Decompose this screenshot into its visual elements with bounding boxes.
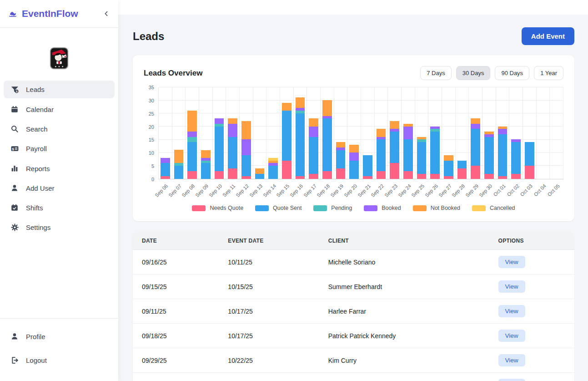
- search-icon: [10, 125, 19, 133]
- bar-segment: [296, 113, 305, 177]
- cell-options: View: [489, 348, 574, 373]
- sidebar-footer: ProfileLogout: [0, 318, 118, 381]
- cell-date: 09/18/25: [133, 324, 219, 348]
- bar-segment: [228, 168, 237, 179]
- bar-segment: [336, 142, 346, 147]
- bar-segment: [268, 166, 278, 179]
- table-row: 09/16/2510/11/25Michelle SorianoView: [133, 250, 574, 274]
- bar-sep-11: [226, 87, 240, 179]
- legend-item-cancelled[interactable]: Cancelled: [472, 205, 515, 211]
- sidebar-item-shifts[interactable]: Shifts: [4, 199, 115, 216]
- logout-icon: [10, 356, 19, 365]
- sidebar-collapse-button[interactable]: [103, 10, 110, 17]
- bar-segment: [187, 171, 197, 179]
- view-button[interactable]: View: [498, 305, 525, 317]
- cell-event-date: 10/22/25: [219, 348, 319, 373]
- sidebar-item-reports[interactable]: Reports: [4, 160, 115, 177]
- bar-segment: [296, 97, 305, 108]
- legend-swatch: [313, 205, 327, 211]
- bar-segment: [511, 142, 521, 173]
- legend-label: Needs Quote: [210, 205, 243, 211]
- cell-date: 09/16/25: [133, 250, 219, 274]
- sidebar-item-label: Settings: [26, 224, 50, 231]
- legend-label: Pending: [331, 205, 352, 211]
- column-header-date: DATE: [133, 232, 219, 250]
- view-button[interactable]: View: [498, 280, 525, 293]
- bar-sep-28: [456, 87, 469, 179]
- chart-plot-area: [158, 87, 563, 179]
- bar-sep-17: [307, 87, 321, 179]
- bar-segment: [282, 161, 291, 179]
- bar-oct-03: [523, 87, 537, 179]
- bar-segment: [430, 174, 440, 179]
- bar-oct-05: [550, 87, 563, 179]
- legend-item-not-booked[interactable]: Not Booked: [413, 205, 460, 211]
- bar-segment: [525, 142, 534, 166]
- view-button[interactable]: View: [498, 354, 525, 366]
- bar-sep-26: [428, 87, 442, 179]
- bar-segment: [336, 168, 346, 179]
- bar-segment: [215, 118, 224, 124]
- sidebar-item-add-user[interactable]: Add User: [4, 179, 115, 197]
- sidebar-item-logout[interactable]: Logout: [4, 351, 115, 369]
- bar-segment: [309, 137, 318, 174]
- sidebar-item-profile[interactable]: Profile: [4, 328, 115, 345]
- bar-sep-10: [213, 87, 226, 179]
- bar-segment: [322, 171, 332, 179]
- chart-legend: Needs QuoteQuote SentPendingBookedNot Bo…: [144, 205, 563, 211]
- bar-sep-09: [199, 87, 213, 179]
- sidebar-item-calendar[interactable]: Calendar: [4, 101, 115, 118]
- chart-title: Leads Overview: [144, 69, 202, 78]
- leads-table: DATEEVENT DATECLIENTOPTIONS 09/16/2510/1…: [133, 232, 574, 381]
- view-button[interactable]: View: [498, 379, 525, 381]
- range-button-90-days[interactable]: 90 Days: [495, 66, 529, 80]
- legend-swatch: [364, 205, 377, 211]
- sidebar-item-label: Profile: [26, 333, 45, 340]
- y-axis-tick: 5: [151, 163, 154, 169]
- sidebar-item-leads[interactable]: $Leads: [4, 81, 115, 98]
- bar-segment: [187, 132, 197, 137]
- bar-sep-07: [172, 87, 186, 179]
- bar-segment: [241, 155, 251, 176]
- sidebar-item-label: Calendar: [26, 106, 54, 113]
- sidebar-item-search[interactable]: Search: [4, 120, 115, 137]
- legend-item-pending[interactable]: Pending: [313, 205, 352, 211]
- bar-segment: [255, 168, 265, 174]
- bar-sep-24: [402, 87, 415, 179]
- bar-sep-08: [186, 87, 199, 179]
- legend-item-needs-quote[interactable]: Needs Quote: [192, 205, 243, 211]
- bar-segment: [161, 163, 170, 176]
- bar-segment: [241, 139, 251, 155]
- bar-segment: [241, 176, 251, 179]
- range-button-7-days[interactable]: 7 Days: [420, 66, 451, 80]
- bar-segment: [336, 150, 346, 168]
- bar-segment: [363, 176, 372, 179]
- bar-segment: [187, 142, 197, 171]
- legend-item-booked[interactable]: Booked: [364, 205, 401, 211]
- y-axis-tick: 35: [149, 85, 154, 90]
- legend-swatch: [413, 205, 427, 211]
- table-row: 09/15/2510/15/25Summer EberhardtView: [133, 274, 574, 299]
- cell-event-date: 10/17/25: [219, 324, 319, 348]
- range-button-30-days[interactable]: 30 Days: [456, 66, 491, 80]
- gear-icon: [10, 223, 19, 232]
- sidebar-item-label: Leads: [26, 86, 45, 93]
- funnel-dollar-icon: $: [10, 85, 19, 94]
- add-event-button[interactable]: Add Event: [522, 27, 574, 45]
- cell-client: Summer Eberhardt: [319, 274, 489, 299]
- range-button-1-year[interactable]: 1 Year: [534, 66, 563, 80]
- company-logo: [49, 47, 70, 71]
- view-button[interactable]: View: [498, 256, 525, 268]
- bar-segment: [174, 166, 184, 179]
- bar-segment: [390, 132, 399, 163]
- sidebar-item-payroll[interactable]: $Payroll: [4, 140, 115, 157]
- bar-segment: [201, 150, 211, 158]
- bar-segment: [187, 111, 197, 132]
- cell-options: View: [489, 274, 574, 299]
- bar-segment: [430, 132, 440, 173]
- cell-event-date: [219, 373, 319, 381]
- legend-item-quote-sent[interactable]: Quote Sent: [255, 205, 302, 211]
- sidebar-item-settings[interactable]: Settings: [4, 218, 115, 236]
- bar-segment: [511, 174, 521, 179]
- view-button[interactable]: View: [498, 330, 525, 342]
